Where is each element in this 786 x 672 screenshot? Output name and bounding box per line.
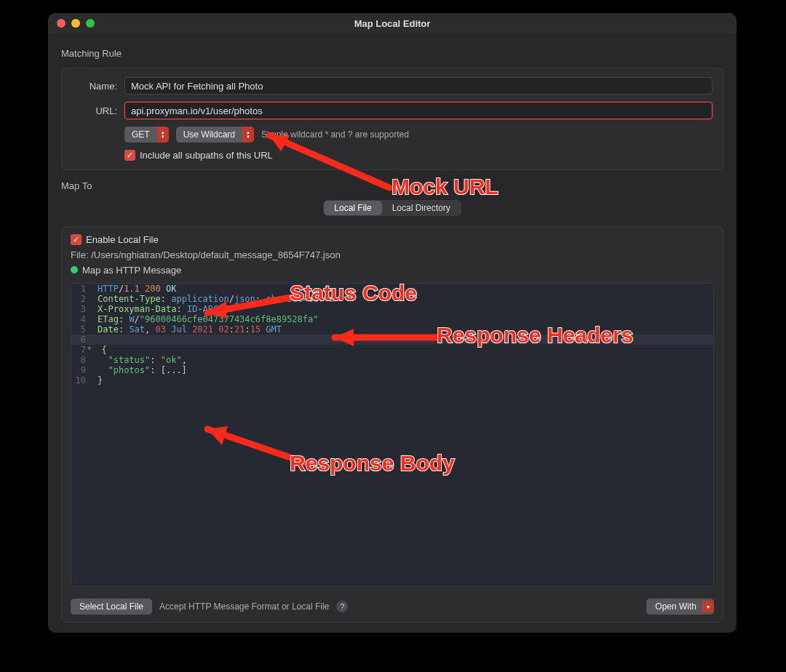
method-dropdown-label: GET xyxy=(124,129,157,140)
help-icon[interactable]: ? xyxy=(336,601,348,612)
open-with-button[interactable]: Open With ▼ xyxy=(646,599,714,615)
chevron-down-icon: ▼ xyxy=(702,601,714,612)
tab-local-file[interactable]: Local File xyxy=(324,201,381,215)
map-as-line: Map as HTTP Message xyxy=(71,265,714,276)
name-label: Name: xyxy=(72,81,117,92)
accept-hint: Accept HTTP Message Format or Local File xyxy=(159,601,329,612)
code-line[interactable]: 8 "status": "ok", xyxy=(71,355,713,365)
svg-marker-3 xyxy=(207,426,228,445)
code-line[interactable]: 4ETag: W/"96000466cfe047377434c6f8e89528… xyxy=(71,314,713,324)
status-dot-icon xyxy=(71,266,78,273)
file-path-line: File: /Users/nghiatran/Desktop/default_m… xyxy=(71,249,714,260)
url-input[interactable] xyxy=(124,102,712,119)
code-line[interactable]: 3X-Proxyman-Data: ID-ABCDEF xyxy=(71,304,713,314)
file-prefix: File: xyxy=(71,249,91,260)
file-path: /Users/nghiatran/Desktop/default_message… xyxy=(91,249,341,260)
enable-local-file-checkbox[interactable]: ✓ Enable Local File xyxy=(71,234,714,245)
svg-marker-2 xyxy=(335,329,354,346)
code-line[interactable]: 2Content-Type: application/json; charset… xyxy=(71,294,713,304)
map-as-label: Map as HTTP Message xyxy=(82,265,181,276)
code-line[interactable]: 9 "photos": [...] xyxy=(71,365,713,375)
select-local-file-button[interactable]: Select Local File xyxy=(71,599,152,615)
mapto-tabs: Local File Local Directory xyxy=(323,200,461,216)
mapto-group: ✓ Enable Local File File: /Users/nghiatr… xyxy=(61,226,723,623)
annotation-arrow-response-headers xyxy=(313,326,444,355)
checkmark-icon: ✓ xyxy=(124,150,135,161)
window-title: Map Local Editor xyxy=(48,18,737,29)
url-label: URL: xyxy=(72,105,117,116)
name-input[interactable] xyxy=(124,77,712,95)
titlebar: Map Local Editor xyxy=(48,13,737,33)
code-line[interactable]: 10} xyxy=(71,375,713,385)
matching-rule-title: Matching Rule xyxy=(61,48,723,59)
checkmark-icon: ✓ xyxy=(71,234,82,245)
open-with-label: Open With xyxy=(655,601,696,612)
annotation-arrow-status-code xyxy=(186,284,309,320)
method-dropdown[interactable]: GET ▲▼ xyxy=(124,127,169,143)
wildcard-dropdown[interactable]: Use Wildcard ▲▼ xyxy=(176,127,254,143)
annotation-arrow-response-body xyxy=(186,419,324,477)
code-line[interactable]: 1HTTP/1.1 200 OK xyxy=(71,284,713,294)
editor-window: Map Local Editor Matching Rule Name: URL… xyxy=(48,13,737,633)
wildcard-dropdown-label: Use Wildcard xyxy=(176,129,242,140)
chevron-updown-icon: ▲▼ xyxy=(157,127,169,143)
annotation-arrow-mock-url xyxy=(247,122,408,202)
enable-local-file-label: Enable Local File xyxy=(86,234,159,245)
tab-local-directory[interactable]: Local Directory xyxy=(382,201,461,215)
